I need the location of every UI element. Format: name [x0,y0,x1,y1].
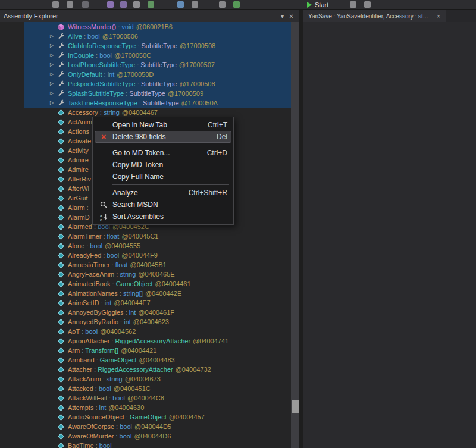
tree-item[interactable]: ▷ AlreadyFed : bool @040044F9 [24,250,291,260]
item-name: AttackWillFail [68,393,107,403]
expander-icon[interactable]: ▷ [50,32,57,41]
item-name: AwareOfMurder [68,431,114,441]
menu-item[interactable]: × az Copy Full Name [95,171,231,183]
tree-item[interactable]: ▷ AnnoyedByRadio : int @04004623 [24,317,291,327]
menu-item[interactable]: × az Copy MD Token [95,159,231,171]
panel-close-icon[interactable]: × [287,13,296,20]
assembly-icon[interactable] [120,1,127,8]
field-icon [57,147,65,155]
scrollbar-thumb[interactable] [292,400,299,413]
toolbar-icon[interactable] [233,1,240,8]
tree-item[interactable]: ▷ InCouple : bool @1700050C [24,51,291,60]
item-address: @04004467 [122,108,158,117]
tree-item[interactable]: ▷ BadTime : bool [24,441,291,448]
document-tab[interactable]: YanSave : YanSaveIdentifier, Accessory :… [303,10,446,22]
toolbar-icon[interactable] [52,1,59,8]
item-name: AirGuit [68,193,88,203]
tree-item[interactable]: ▷ Arm : Transform[] @04004421 [24,346,291,355]
tree-item[interactable]: ▷ SplashSubtitleType : SubtitleType @170… [24,89,291,98]
expander-icon[interactable]: ▷ [50,41,57,51]
tree-item[interactable]: ▷ AudioSourceObject : GameObject @040044… [24,412,291,422]
toolbar-icon[interactable] [148,1,154,8]
tree-item[interactable]: ▷ AttackAnim : string @04004673 [24,374,291,384]
tab-close-icon[interactable]: × [434,12,443,20]
expander-icon[interactable]: ▷ [50,89,57,98]
toolbar-icon[interactable] [133,1,140,8]
field-icon [57,223,65,231]
menu-item[interactable]: × az Analyze Ctrl+Shift+R [95,187,231,199]
tree-item[interactable]: ▷ ClubInfoResponseType : SubtitleType @1… [24,41,291,51]
menu-item-shortcut: Del [217,133,227,141]
expander-icon[interactable]: ▷ [50,60,57,70]
tree-item[interactable]: ▷ WitnessMurder() : void @060021B6 [24,22,291,32]
expander-icon[interactable]: ▷ [50,70,57,79]
vertical-scrollbar[interactable] [291,22,299,448]
tree-item[interactable]: ▷ Attacked : bool @0400451C [24,384,291,393]
item-address: @040044D6 [134,431,171,441]
item-type: int [99,403,107,412]
tree-item[interactable]: ▷ TaskLineResponseType : SubtitleType @1… [24,98,291,108]
tree-item[interactable]: ▷ AwareOfCorpse : bool @040044D5 [24,422,291,431]
tree-item[interactable]: ▷ Accessory : string @04004467 [24,108,291,117]
menu-item[interactable]: × az Search MSDN [95,199,231,211]
start-button[interactable]: Start [307,0,328,10]
tree-item[interactable]: ▷ ApronAttacher : RiggedAccessoryAttache… [24,336,291,346]
menu-item[interactable]: × az [112,184,229,185]
tree-item[interactable]: ▷ AngryFaceAnim : string @0400465E [24,270,291,279]
tree-item[interactable]: ▷ AnimSetID : int @040044E7 [24,298,291,308]
tree-item[interactable]: ▷ AlarmTimer : float @040045C1 [24,231,291,241]
panel-menu-icon[interactable]: ▾ [278,13,287,20]
tree-item[interactable]: ▷ AwareOfMurder : bool @040044D6 [24,431,291,441]
tree-item-icon [57,403,66,412]
tree-item[interactable]: ▷ AnimationNames : string[] @0400442E [24,289,291,298]
toolbar-icon[interactable] [67,1,73,8]
item-address: @04004555 [105,241,140,250]
tree-item[interactable]: ▷ AttackWillFail : bool @040044C8 [24,393,291,403]
toolbar-icon[interactable] [219,1,226,8]
field-icon [57,337,65,345]
item-address: @04004483 [139,355,175,365]
tree-item[interactable]: ▷ LostPhoneSubtitleType : SubtitleType @… [24,60,291,70]
property-icon [57,33,65,40]
tree-item[interactable]: ▷ AmnesiaTimer : float @040045B1 [24,260,291,270]
menu-item[interactable]: × az Go to MD Token... Ctrl+D [95,147,231,159]
expander-icon[interactable]: ▷ [50,51,57,60]
tree-item[interactable]: ▷ PickpocketSubtitleType : SubtitleType … [24,79,291,89]
item-address: @1700050C [114,51,151,60]
tree-item[interactable]: ▷ AoT : bool @04004562 [24,327,291,336]
menu-item[interactable]: × az [112,145,229,145]
tree-item-icon [57,289,66,297]
toolbar-icon[interactable] [82,1,89,8]
item-name: WitnessMurder() [68,22,116,32]
item-separator: : [99,298,105,308]
item-name: TaskLineResponseType [68,98,137,108]
tree-item[interactable]: ▷ OnlyDefault : int @1700050D [24,70,291,79]
menu-item[interactable]: × az Delete 980 fields Del [95,131,231,143]
item-name: AmnesiaTimer [68,260,110,270]
tree-item[interactable]: ▷ AnnoyedByGiggles : int @0400461F [24,308,291,317]
item-name: Actions [68,127,89,136]
toolbar-icon[interactable] [192,1,198,8]
tree-item[interactable]: ▷ Attempts : int @04004630 [24,403,291,412]
field-icon [57,214,65,221]
tree-item[interactable]: ▷ AnimatedBook : GameObject @04004461 [24,279,291,289]
menu-item-shortcut: Ctrl+T [208,121,227,129]
menu-item[interactable]: × az Sort Assemblies [95,211,231,223]
menu-item[interactable]: × az Open in New Tab Ctrl+T [95,119,231,131]
tree-item[interactable]: ▷ Attacher : RiggedAccessoryAttacher @04… [24,365,291,374]
item-separator: : [101,231,107,241]
tree-item[interactable]: ▷ Armband : GameObject @04004483 [24,355,291,365]
expander-icon[interactable]: ▷ [50,98,57,108]
toolbar-icon[interactable] [364,1,371,8]
toolbar-icon[interactable] [350,1,356,8]
tree-item[interactable]: ▷ Alone : bool @04004555 [24,241,291,250]
tree-item-icon [57,70,66,79]
field-icon [57,375,65,383]
assembly-icon[interactable] [107,1,114,8]
toolbar-icon[interactable] [177,1,184,8]
assembly-explorer-panel: Assembly Explorer ▾ × ▷ WitnessMurder() … [0,10,299,448]
tree-item-icon [57,165,66,174]
tree-item[interactable]: ▷ Alive : bool @17000506 [24,32,291,41]
expander-icon[interactable]: ▷ [50,79,57,89]
item-separator: : [95,355,100,365]
